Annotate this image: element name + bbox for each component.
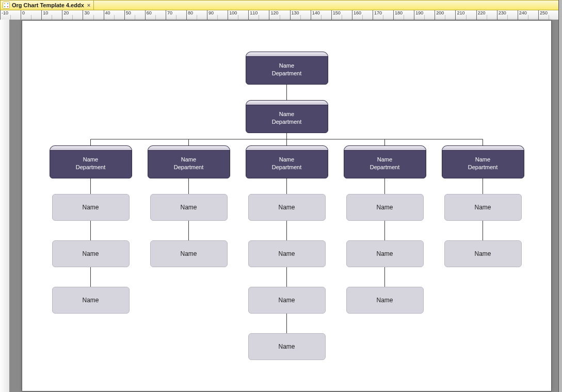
dept-node-body: NameDepartment <box>272 153 301 171</box>
org-col-head-3[interactable]: NameDepartment <box>344 145 426 178</box>
leaf-node-label: Name <box>474 204 491 211</box>
dept-node-cap <box>344 146 426 151</box>
ruler-tick-major: 170 <box>373 10 382 20</box>
ruler-tick-minor <box>342 15 343 20</box>
leaf-node-label: Name <box>376 204 393 211</box>
org-leaf-0-1[interactable]: Name <box>52 240 130 267</box>
document-tab[interactable]: Org Chart Template 4.eddx × <box>1 1 94 10</box>
dept-node-line2: Department <box>272 164 301 170</box>
ruler-tick-major: 10 <box>41 10 48 20</box>
dept-node-body: NameDepartment <box>76 153 105 171</box>
org-col-head-0[interactable]: NameDepartment <box>50 145 132 178</box>
org-top-node[interactable]: NameDepartment <box>246 52 328 85</box>
ruler-tick-minor <box>280 15 281 20</box>
ruler-tick-major: 50 <box>124 10 131 20</box>
leaf-node-label: Name <box>376 250 393 257</box>
right-edge <box>558 0 562 392</box>
ruler-tick-major: 70 <box>166 10 172 20</box>
dept-node-line1: Name <box>279 62 294 69</box>
ruler-tick-major: 20 <box>62 10 69 20</box>
ruler-tick-major: 100 <box>228 10 237 20</box>
leaf-node-label: Name <box>180 204 197 211</box>
ruler-tick-major: 250 <box>538 10 548 20</box>
ruler-tick-minor <box>217 15 219 20</box>
org-sub-node[interactable]: NameDepartment <box>246 100 328 133</box>
vertical-ruler <box>0 20 10 392</box>
leaf-node-label: Name <box>474 250 491 257</box>
ruler-tick-major: 110 <box>248 10 258 20</box>
dept-node-line2: Department <box>370 164 399 170</box>
dept-node-line1: Name <box>279 156 294 162</box>
org-col-head-2[interactable]: NameDepartment <box>246 145 328 178</box>
dept-node-cap <box>50 146 132 151</box>
org-leaf-0-2[interactable]: Name <box>52 287 130 314</box>
ruler-tick-major: 0 <box>21 10 25 20</box>
org-leaf-2-0[interactable]: Name <box>248 194 326 221</box>
dept-node-line1: Name <box>377 156 392 162</box>
leaf-node-label: Name <box>82 297 99 304</box>
org-leaf-2-2[interactable]: Name <box>248 287 326 314</box>
ruler-tick-major: 40 <box>104 10 110 20</box>
ruler-tick-major: 80 <box>186 10 193 20</box>
dept-node-line2: Department <box>272 119 301 125</box>
dept-node-line2: Department <box>174 164 203 170</box>
ruler-tick-minor <box>72 15 74 20</box>
workspace: Org Chart Template 4.eddx × -10010203040… <box>0 0 562 392</box>
ruler-tick-major: 130 <box>290 10 299 20</box>
ruler-tick-minor <box>466 15 468 20</box>
dept-node-cap <box>246 52 328 57</box>
ruler-tick-major: 190 <box>414 10 423 20</box>
org-leaf-2-3[interactable]: Name <box>248 333 326 360</box>
dept-node-line2: Department <box>468 164 497 170</box>
close-icon[interactable]: × <box>87 3 90 8</box>
ruler-tick-minor <box>197 15 198 20</box>
org-leaf-1-1[interactable]: Name <box>150 240 228 267</box>
dept-node-body: NameDepartment <box>174 153 203 171</box>
document-tab-strip: Org Chart Template 4.eddx × <box>0 0 559 10</box>
org-col-head-4[interactable]: NameDepartment <box>442 145 524 178</box>
dept-node-line2: Department <box>76 164 105 170</box>
dept-node-line2: Department <box>272 70 301 76</box>
dept-node-body: NameDepartment <box>272 59 301 77</box>
dept-node-cap <box>442 146 524 151</box>
leaf-node-label: Name <box>278 343 295 350</box>
ruler-tick-minor <box>404 15 405 20</box>
org-col-head-1[interactable]: NameDepartment <box>148 145 230 178</box>
org-leaf-0-0[interactable]: Name <box>52 194 130 221</box>
dept-node-body: NameDepartment <box>370 153 399 171</box>
org-leaf-2-1[interactable]: Name <box>248 240 326 267</box>
org-leaf-4-1[interactable]: Name <box>444 240 522 267</box>
leaf-node-label: Name <box>180 250 197 257</box>
canvas-area[interactable]: NameDepartmentNameDepartmentNameDepartme… <box>9 20 559 392</box>
ruler-tick-major: 230 <box>497 10 506 20</box>
page[interactable]: NameDepartmentNameDepartmentNameDepartme… <box>22 21 551 391</box>
org-chart-diagram[interactable]: NameDepartmentNameDepartmentNameDepartme… <box>22 21 551 391</box>
right-gutter <box>558 0 559 392</box>
ruler-tick-minor <box>93 15 95 20</box>
ruler-tick-minor <box>487 15 488 20</box>
org-leaf-3-0[interactable]: Name <box>346 194 424 221</box>
dept-node-line1: Name <box>181 156 196 162</box>
ruler-tick-major: 90 <box>207 10 214 20</box>
org-leaf-3-2[interactable]: Name <box>346 287 424 314</box>
ruler-tick-major: 180 <box>393 10 403 20</box>
leaf-node-label: Name <box>82 250 99 257</box>
ruler-tick-minor <box>507 15 509 20</box>
ruler-tick-major: 140 <box>311 10 320 20</box>
ruler-tick-minor <box>321 15 323 20</box>
ruler-tick-minor <box>10 15 12 20</box>
ruler-tick-minor <box>259 15 260 20</box>
ruler-tick-minor <box>362 15 364 20</box>
ruler-tick-minor <box>300 15 302 20</box>
ruler-tick-minor <box>549 15 550 20</box>
leaf-node-label: Name <box>278 297 295 304</box>
ruler-tick-major: 60 <box>145 10 152 20</box>
ruler-tick-minor <box>528 15 529 20</box>
ruler-tick-minor <box>114 15 116 20</box>
org-leaf-4-0[interactable]: Name <box>444 194 522 221</box>
dept-node-body: NameDepartment <box>468 153 497 171</box>
org-leaf-3-1[interactable]: Name <box>346 240 424 267</box>
org-leaf-1-0[interactable]: Name <box>150 194 228 221</box>
ruler-tick-minor <box>424 15 426 20</box>
ruler-tick-major: 200 <box>435 10 444 20</box>
